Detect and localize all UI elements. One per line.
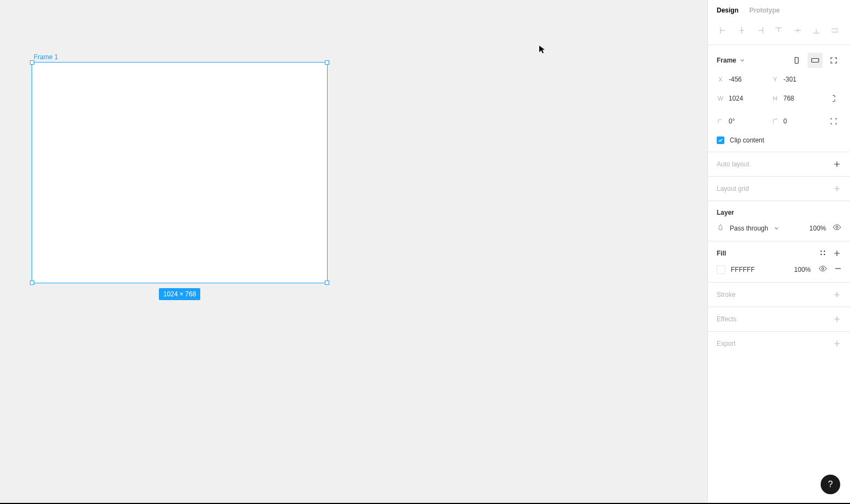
auto-layout-section: Auto layout <box>708 152 850 176</box>
align-bottom-button[interactable] <box>810 24 823 37</box>
frame-section-title[interactable]: Frame <box>717 57 736 64</box>
svg-point-6 <box>824 253 825 254</box>
independent-corners-button[interactable] <box>826 114 841 129</box>
fill-swatch[interactable] <box>717 265 725 274</box>
y-value: -301 <box>784 76 797 83</box>
width-field[interactable]: W 1024 <box>717 95 767 102</box>
align-right-button[interactable] <box>754 24 767 37</box>
blend-mode-value[interactable]: Pass through <box>730 225 768 232</box>
rotation-field[interactable]: 0° <box>717 117 767 125</box>
rotation-value: 0° <box>729 117 735 125</box>
h-label: H <box>772 95 779 102</box>
fill-opacity-value[interactable]: 100% <box>794 266 811 273</box>
add-layout-grid-button[interactable] <box>833 184 841 193</box>
y-label: Y <box>772 76 779 83</box>
align-center-v-button[interactable] <box>791 24 804 37</box>
style-picker-icon[interactable] <box>820 250 826 258</box>
align-top-button[interactable] <box>772 24 785 37</box>
radius-icon <box>772 118 779 125</box>
fill-section: Fill FFFFFF 100% <box>708 241 850 282</box>
fit-to-frame-button[interactable] <box>826 53 841 68</box>
selected-frame[interactable] <box>32 62 328 283</box>
h-value: 768 <box>784 95 794 102</box>
frame-label[interactable]: Frame 1 <box>34 53 58 61</box>
panel-tabs: Design Prototype <box>708 0 850 20</box>
x-value: -456 <box>729 76 742 83</box>
radius-value: 0 <box>784 117 787 125</box>
visibility-icon[interactable] <box>833 223 841 233</box>
fill-title: Fill <box>717 250 726 257</box>
resize-handle-top-left[interactable] <box>30 60 34 65</box>
canvas-area[interactable]: Frame 1 1024 × 768 <box>0 0 623 504</box>
frame-section: Frame X -456 Y -301 <box>708 45 850 152</box>
effects-title: Effects <box>717 315 736 323</box>
add-auto-layout-button[interactable] <box>833 160 841 169</box>
dimensions-badge: 1024 × 768 <box>159 288 200 300</box>
resize-handle-top-right[interactable] <box>325 60 329 65</box>
svg-point-3 <box>821 250 822 251</box>
resize-handle-bottom-right[interactable] <box>325 281 329 285</box>
align-center-h-button[interactable] <box>735 24 748 37</box>
add-stroke-button[interactable] <box>833 290 841 299</box>
cursor-pointer-icon <box>539 45 547 54</box>
layer-opacity-value[interactable]: 100% <box>809 225 826 232</box>
export-title: Export <box>717 340 736 347</box>
svg-point-4 <box>824 250 825 251</box>
tab-prototype[interactable]: Prototype <box>749 7 780 14</box>
layout-grid-section: Layout grid <box>708 176 850 201</box>
stroke-title: Stroke <box>717 291 736 298</box>
rotation-icon <box>717 118 724 125</box>
link-dimensions-button[interactable] <box>826 91 841 106</box>
chevron-down-icon[interactable] <box>774 226 779 231</box>
height-field[interactable]: H 768 <box>772 95 822 102</box>
x-field[interactable]: X -456 <box>717 76 767 83</box>
inspector-panel: Design Prototype Frame <box>707 0 850 504</box>
add-fill-button[interactable] <box>833 249 841 258</box>
clip-content-checkbox[interactable] <box>717 136 724 144</box>
tab-design[interactable]: Design <box>717 7 738 14</box>
radius-field[interactable]: 0 <box>772 117 822 125</box>
layer-title: Layer <box>717 209 734 216</box>
align-left-button[interactable] <box>717 24 730 37</box>
remove-fill-button[interactable] <box>835 265 841 273</box>
x-label: X <box>717 76 724 83</box>
export-section: Export <box>708 331 850 356</box>
w-label: W <box>717 95 724 102</box>
layer-section: Layer Pass through 100% <box>708 201 850 241</box>
svg-rect-0 <box>795 58 798 64</box>
distribute-button[interactable] <box>828 24 841 37</box>
layout-grid-title: Layout grid <box>717 185 749 192</box>
add-export-button[interactable] <box>833 339 841 348</box>
svg-point-7 <box>822 267 824 270</box>
svg-point-5 <box>821 253 822 254</box>
help-button[interactable]: ? <box>821 475 840 494</box>
fill-visibility-icon[interactable] <box>818 264 827 275</box>
effects-section: Effects <box>708 307 850 331</box>
stroke-section: Stroke <box>708 282 850 307</box>
auto-layout-title: Auto layout <box>717 160 749 168</box>
svg-rect-1 <box>812 59 819 63</box>
chevron-down-icon[interactable] <box>740 58 745 63</box>
clip-content-label: Clip content <box>730 136 764 144</box>
add-effect-button[interactable] <box>833 315 841 323</box>
y-field[interactable]: Y -301 <box>772 76 822 83</box>
w-value: 1024 <box>729 95 743 102</box>
orientation-portrait-button[interactable] <box>789 53 804 68</box>
alignment-row <box>708 20 850 45</box>
fill-hex-value[interactable]: FFFFFF <box>731 266 755 273</box>
resize-handle-bottom-left[interactable] <box>30 281 34 285</box>
blend-mode-icon <box>717 223 724 233</box>
svg-point-2 <box>836 226 838 228</box>
orientation-landscape-button[interactable] <box>808 53 823 68</box>
